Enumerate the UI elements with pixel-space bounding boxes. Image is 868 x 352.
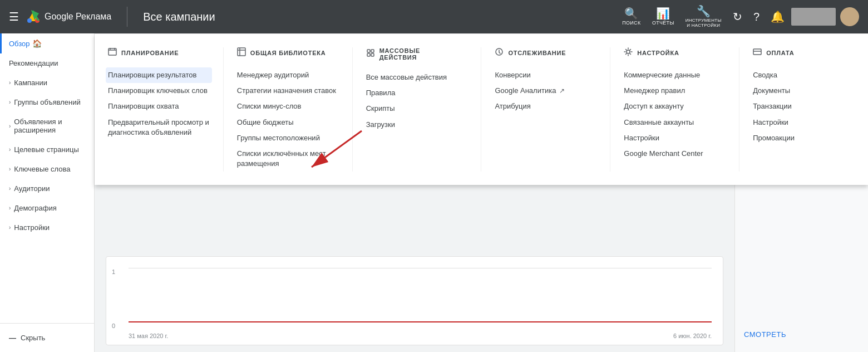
menu-item-bid-strategies[interactable]: Стратегии назначения ставок [237, 83, 339, 99]
home-icon: 🏠 [32, 39, 42, 48]
svg-point-18 [627, 50, 630, 53]
sidebar-item-label: Аудитории [14, 184, 50, 193]
menu-item-transactions[interactable]: Транзакции [753, 99, 855, 114]
tracking-title: ОТСЛЕЖИВАНИЕ [508, 50, 566, 56]
sidebar-item-label: Настройки [14, 223, 50, 232]
reports-label: ОТЧЁТЫ [652, 20, 674, 26]
menu-item-linked-accounts[interactable]: Связанные аккаунты [624, 115, 726, 130]
svg-rect-15 [367, 53, 370, 56]
sidebar-item-demographics[interactable]: › Демография [0, 198, 94, 218]
sidebar-item-recommendations[interactable]: Рекомендации [0, 53, 94, 73]
menu-item-documents[interactable]: Документы [753, 83, 855, 99]
google-ads-logo: Google Реклама [26, 9, 111, 25]
library-title: ОБЩАЯ БИБЛИОТЕКА [250, 50, 326, 56]
menu-item-exclusion-lists[interactable]: Списки исключённых мест размещения [237, 146, 339, 172]
menu-item-summary[interactable]: Сводка [753, 67, 855, 83]
page-title: Все кампании [143, 11, 215, 23]
menu-section-bulk: МАССОВЫЕДЕЙСТВИЯ Все массовые действия П… [353, 47, 482, 172]
account-selector[interactable] [791, 8, 836, 26]
menu-item-reach-planner[interactable]: Планировщик охвата [108, 99, 210, 114]
chevron-icon: › [9, 166, 11, 172]
menu-item-conversions[interactable]: Конверсии [495, 67, 596, 83]
sidebar-item-ads[interactable]: › Объявления и расширения [0, 112, 94, 140]
search-icon: 🔍 [624, 8, 638, 19]
tools-dropdown-menu: ПЛАНИРОВАНИЕ Планировщик результатов Пла… [95, 33, 868, 185]
planning-header: ПЛАНИРОВАНИЕ [108, 47, 210, 58]
planning-icon [108, 47, 117, 58]
analytics-label: Google Аналитика [495, 86, 556, 96]
sidebar-item-settings[interactable]: › Настройки [0, 218, 94, 237]
menu-section-setup: НАСТРОЙКА Коммерческие данные Менеджер п… [610, 47, 739, 172]
top-navigation: ☰ Google Реклама Все кампании 🔍 ПОИСК 📊 … [0, 0, 868, 33]
sidebar: Обзор 🏠 Рекомендации › Кампании › Группы… [0, 33, 95, 352]
search-label: ПОИСК [622, 20, 640, 26]
sidebar-item-keywords[interactable]: › Ключевые слова [0, 159, 94, 179]
menu-item-merchant-data[interactable]: Коммерческие данные [624, 67, 726, 83]
menu-item-results-planner[interactable]: Планировщик результатов [106, 67, 212, 83]
sidebar-item-label: Демография [14, 204, 56, 212]
menu-item-audience-manager[interactable]: Менеджер аудиторий [237, 67, 339, 83]
menu-section-planning: ПЛАНИРОВАНИЕ Планировщик результатов Пла… [95, 47, 224, 172]
library-icon [237, 47, 246, 58]
menu-item-scripts[interactable]: Скрипты [366, 101, 468, 116]
sidebar-item-campaigns[interactable]: › Кампании [0, 73, 94, 92]
svg-point-3 [27, 18, 32, 23]
search-nav-button[interactable]: 🔍 ПОИСК [618, 6, 645, 28]
menu-item-google-analytics[interactable]: Google Аналитика ↗ [495, 83, 596, 99]
external-link-icon: ↗ [559, 86, 565, 96]
watch-button[interactable]: СМОТРЕТЬ [744, 330, 786, 339]
svg-rect-14 [371, 50, 374, 52]
sidebar-item-label: Группы объявлений [14, 98, 80, 106]
menu-item-attribution[interactable]: Атрибуция [495, 99, 596, 114]
sidebar-item-landing-pages[interactable]: › Целевые страницы [0, 140, 94, 159]
reports-nav-button[interactable]: 📊 ОТЧЁТЫ [648, 6, 679, 28]
menu-item-rules[interactable]: Правила [366, 85, 468, 101]
brand-name: Google Реклама [45, 12, 111, 22]
chevron-icon: › [9, 224, 11, 231]
menu-item-location-groups[interactable]: Группы местоположений [237, 130, 339, 146]
menu-item-settings[interactable]: Настройки [624, 130, 726, 146]
billing-header: ОПЛАТА [753, 47, 855, 58]
bulk-title: МАССОВЫЕДЕЙСТВИЯ [379, 47, 420, 61]
menu-section-billing: ОПЛАТА Сводка Документы Транзакции Настр… [739, 47, 868, 172]
chevron-icon: › [9, 123, 11, 129]
menu-item-all-bulk[interactable]: Все массовые действия [366, 70, 468, 85]
menu-item-negative-keywords[interactable]: Списки минус-слов [237, 99, 339, 114]
sidebar-item-overview[interactable]: Обзор 🏠 [0, 33, 94, 53]
chevron-icon: › [9, 146, 11, 153]
nav-left: ☰ Google Реклама Все кампании [9, 7, 215, 27]
sidebar-item-audiences[interactable]: › Аудитории [0, 179, 94, 198]
tools-label: ИНСТРУМЕНТЫ И НАСТРОЙКИ [685, 18, 722, 28]
refresh-icon[interactable]: ↻ [728, 6, 747, 28]
svg-rect-19 [753, 49, 761, 55]
menu-item-rules-manager[interactable]: Менеджер правил [624, 83, 726, 99]
hamburger-icon[interactable]: ☰ [9, 10, 19, 23]
setup-title: НАСТРОЙКА [637, 50, 679, 56]
menu-item-billing-settings[interactable]: Настройки [753, 115, 855, 130]
menu-item-shared-budgets[interactable]: Общие бюджеты [237, 115, 339, 130]
sidebar-hide-button[interactable]: — Скрыть [0, 328, 94, 348]
sidebar-bottom: — Скрыть [0, 323, 94, 352]
svg-rect-6 [108, 48, 116, 55]
sidebar-item-label: Ключевые слова [14, 165, 70, 173]
menu-section-tracking: ОТСЛЕЖИВАНИЕ Конверсии Google Аналитика … [481, 47, 610, 172]
notifications-icon[interactable]: 🔔 [766, 6, 789, 28]
menu-item-keyword-planner[interactable]: Планировщик ключевых слов [108, 83, 210, 99]
hide-dash-icon: — [9, 334, 16, 342]
menu-item-ad-preview[interactable]: Предварительный просмотр и диагностика о… [108, 115, 210, 140]
tracking-header: ОТСЛЕЖИВАНИЕ [495, 47, 596, 58]
sidebar-item-label: Объявления и расширения [14, 118, 85, 134]
menu-item-uploads[interactable]: Загрузки [366, 117, 468, 133]
setup-icon [624, 47, 633, 58]
sidebar-item-label: Кампании [14, 79, 47, 87]
google-ads-logo-icon [26, 9, 41, 25]
menu-item-google-merchant-center[interactable]: Google Merchant Center [624, 146, 726, 162]
tools-nav-button[interactable]: 🔧 ИНСТРУМЕНТЫ И НАСТРОЙКИ [681, 3, 726, 30]
user-avatar[interactable] [840, 7, 859, 26]
menu-item-account-access[interactable]: Доступ к аккаунту [624, 99, 726, 114]
help-icon[interactable]: ? [749, 6, 764, 28]
sidebar-item-adgroups[interactable]: › Группы объявлений [0, 92, 94, 112]
library-header: ОБЩАЯ БИБЛИОТЕКА [237, 47, 339, 58]
sidebar-item-label: Рекомендации [9, 59, 58, 67]
menu-item-promotions[interactable]: Промоакции [753, 130, 855, 146]
